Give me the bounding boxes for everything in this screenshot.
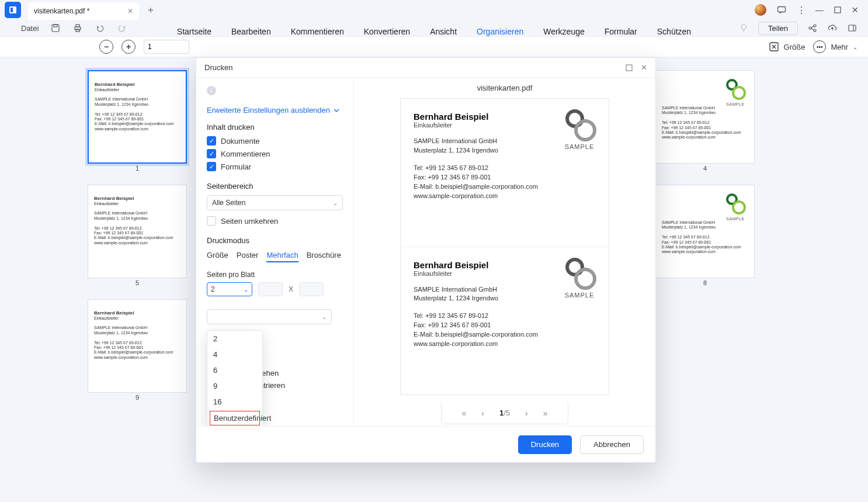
page-thumb-4[interactable]: SAMPLE SAMPLE International GmbH Musterp…	[655, 70, 755, 172]
page-thumb-8[interactable]: SAMPLE SAMPLE International GmbH Musterp…	[655, 185, 755, 286]
pager-prev-icon[interactable]: ‹	[481, 408, 484, 418]
preview-tel: Tel: +99 12 345 67 89-012	[414, 164, 596, 173]
tab-close-icon[interactable]: ✕	[127, 7, 133, 15]
checkbox-form[interactable]: ✓Formular	[207, 162, 343, 171]
dialog-title: Drucken	[204, 63, 232, 72]
svg-point-19	[733, 202, 745, 213]
thumb-addr1b: SAMPLE International GmbH	[662, 106, 748, 110]
tab-konvertieren[interactable]: Konvertieren	[364, 27, 410, 36]
mode-tab-poster[interactable]: Poster	[237, 251, 259, 262]
section-print-mode: Druckmodus	[207, 236, 343, 245]
svg-rect-5	[54, 25, 57, 27]
tab-bearbeiten[interactable]: Bearbeiten	[231, 27, 271, 36]
columns-input[interactable]	[258, 282, 283, 296]
svg-rect-1	[11, 8, 13, 12]
document-tab[interactable]: visitenkarten.pdf * ✕	[28, 2, 139, 20]
page-thumb-1[interactable]: Bernhard Beispiel Einkaufsleiter SAMPLE …	[88, 70, 187, 172]
tab-werkzeuge[interactable]: Werkzeuge	[543, 27, 585, 36]
ppb-option-custom[interactable]: Benutzerdefiniert	[210, 411, 260, 425]
page-range-select[interactable]: Alle Seiten ⌄	[207, 195, 343, 210]
tab-kommentieren[interactable]: Kommentieren	[291, 27, 344, 36]
more-icon: •••	[813, 40, 826, 53]
mode-tab-size[interactable]: Größe	[207, 251, 228, 262]
page-number-input[interactable]	[144, 40, 189, 54]
ppb-option-2[interactable]: 2	[207, 331, 262, 347]
preview-fax: Fax: +99 12 345 67 89-001	[414, 321, 596, 330]
dialog-maximize-icon[interactable]	[626, 64, 633, 71]
tab-formular[interactable]: Formular	[605, 27, 637, 36]
tab-ansicht[interactable]: Ansicht	[430, 27, 457, 36]
more-label: Mehr	[831, 43, 848, 51]
thumb-fax: Fax: +99 12 345 67 89-001	[94, 345, 180, 350]
tab-schuetzen[interactable]: Schützen	[657, 27, 691, 36]
kebab-icon[interactable]: ⋮	[797, 5, 805, 16]
share-nodes-icon[interactable]	[807, 23, 818, 33]
thumb-telb: Tel: +99 12 345 67 89-012	[662, 235, 748, 240]
svg-point-22	[576, 121, 595, 140]
thumb-telb: Tel: +99 12 345 67 89-012	[662, 120, 748, 125]
lightbulb-icon[interactable]	[738, 23, 749, 33]
undo-icon[interactable]	[95, 23, 105, 33]
tab-organisieren[interactable]: Organisieren	[477, 27, 523, 36]
preview-pager: « ‹ 1/5 › »	[441, 402, 568, 424]
rows-input[interactable]	[299, 282, 324, 296]
thumb-name: Bernhard Beispiel	[94, 310, 180, 316]
file-menu[interactable]: Datei	[21, 24, 39, 33]
thumb-fax: Fax: +99 12 345 67 89-001	[95, 117, 180, 122]
print-icon[interactable]	[72, 23, 83, 33]
zoom-out-icon[interactable]: −	[99, 40, 113, 54]
preview-web: www.sample-corporation.com	[414, 340, 596, 349]
ppb-option-9[interactable]: 9	[207, 378, 262, 394]
svg-rect-8	[76, 29, 79, 32]
svg-rect-3	[835, 7, 841, 13]
window-maximize-icon[interactable]	[834, 6, 841, 13]
advanced-label: Erweiterte Einstellungen ausblenden	[207, 106, 330, 115]
checkbox-documents[interactable]: ✓Dokumente	[207, 136, 343, 146]
dialog-close-icon[interactable]: ✕	[641, 63, 647, 72]
panel-icon[interactable]	[847, 23, 857, 33]
svg-point-10	[809, 27, 811, 29]
thumb-number: 8	[655, 279, 755, 286]
toggle-advanced-link[interactable]: Erweiterte Einstellungen ausblenden	[207, 106, 343, 115]
checkbox-reverse-pages[interactable]: ✓ Seiten umkehren	[207, 216, 343, 226]
svg-rect-13	[849, 25, 856, 31]
print-preview: SAMPLE Bernhard Beispiel Einkaufsleiter …	[400, 98, 609, 395]
print-button[interactable]: Drucken	[518, 435, 572, 454]
svg-rect-7	[76, 25, 79, 27]
logo-label: SAMPLE	[561, 143, 598, 150]
ppb-option-16[interactable]: 16	[207, 394, 262, 410]
window-close-icon[interactable]: ✕	[852, 5, 859, 15]
ppb-option-4[interactable]: 4	[207, 347, 262, 362]
feedback-icon[interactable]	[777, 5, 786, 15]
mode-tab-brochure[interactable]: Broschüre	[307, 251, 341, 262]
cloud-upload-icon[interactable]	[827, 23, 838, 33]
mode-tab-multiple[interactable]: Mehrfach	[266, 251, 298, 262]
preview-web: www.sample-corporation.com	[414, 192, 596, 201]
tab-startseite[interactable]: Startseite	[177, 27, 211, 36]
thumb-addr1: SAMPLE International GmbH	[94, 326, 180, 330]
cancel-button[interactable]: Abbrechen	[580, 435, 644, 454]
avatar[interactable]	[755, 4, 766, 16]
new-tab-button[interactable]: ＋	[144, 3, 158, 17]
window-minimize-icon[interactable]: —	[815, 5, 824, 15]
pages-per-sheet-select[interactable]: 2 ⌄	[207, 282, 252, 296]
zoom-in-icon[interactable]: +	[121, 40, 136, 54]
select-value: 2	[211, 285, 215, 293]
pager-first-icon[interactable]: «	[461, 408, 466, 418]
redo-icon[interactable]	[117, 23, 127, 33]
thumb-number: 1	[88, 165, 187, 172]
share-button[interactable]: Teilen	[758, 22, 798, 35]
thumb-mailb: E-Mail: b.beispiel@sample-corporation.co…	[662, 130, 748, 135]
chevron-down-icon: ⌄	[322, 314, 327, 320]
page-order-select[interactable]: ⌄	[207, 309, 332, 324]
save-icon[interactable]	[50, 23, 61, 33]
size-button[interactable]: Größe	[769, 41, 805, 52]
pager-last-icon[interactable]: »	[543, 408, 548, 418]
checkbox-comments[interactable]: ✓Kommentieren	[207, 149, 343, 158]
page-thumb-5[interactable]: Bernhard Beispiel Einkaufsleiter SAMPLE …	[88, 185, 187, 286]
ppb-option-6[interactable]: 6	[207, 362, 262, 378]
pager-next-icon[interactable]: ›	[525, 408, 528, 418]
times-label: X	[289, 285, 293, 293]
page-thumb-9[interactable]: Bernhard Beispiel Einkaufsleiter SAMPLE …	[88, 299, 187, 401]
more-button[interactable]: ••• Mehr ⌄	[813, 40, 857, 53]
